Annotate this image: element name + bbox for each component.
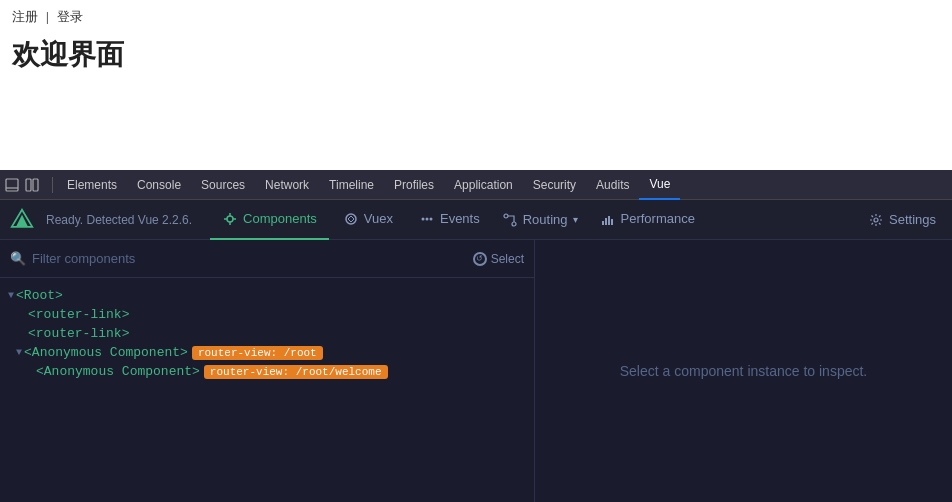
svg-rect-2 <box>26 179 31 191</box>
arrow-icon: ▼ <box>16 347 22 358</box>
tab-events-label: Events <box>440 211 480 226</box>
dock-icon[interactable] <box>4 177 20 193</box>
tab-console[interactable]: Console <box>127 170 191 200</box>
tree-row-router-link-2[interactable]: <router-link> <box>0 324 534 343</box>
tree-tag: router-link <box>36 307 122 322</box>
inspect-hint: Select a component instance to inspect. <box>620 363 867 379</box>
svg-point-14 <box>429 217 432 220</box>
register-link[interactable]: 注册 <box>12 9 38 24</box>
svg-point-15 <box>504 214 508 218</box>
component-icon <box>222 211 238 227</box>
filter-input[interactable] <box>32 251 467 266</box>
performance-icon <box>600 211 616 227</box>
svg-point-12 <box>421 217 424 220</box>
tab-components[interactable]: Components <box>210 200 329 240</box>
vuex-icon <box>343 211 359 227</box>
page-title: 欢迎界面 <box>12 36 940 74</box>
tab-timeline[interactable]: Timeline <box>319 170 384 200</box>
tree-tag: router-link <box>36 326 122 341</box>
tab-network[interactable]: Network <box>255 170 319 200</box>
tab-sources[interactable]: Sources <box>191 170 255 200</box>
svg-rect-0 <box>6 179 18 191</box>
tree-bracket: < <box>24 345 32 360</box>
tree-tag: Anonymous Component <box>44 364 192 379</box>
layout-icon[interactable] <box>24 177 40 193</box>
tree-row-anon-1[interactable]: ▼ <Anonymous Component> router-view: /ro… <box>0 343 534 362</box>
tree-bracket: < <box>28 326 36 341</box>
svg-rect-19 <box>608 216 610 225</box>
inspect-panel: Select a component instance to inspect. <box>535 240 952 502</box>
tab-vuex[interactable]: Vuex <box>331 200 405 240</box>
route-badge-1: router-view: /root <box>192 346 323 360</box>
tree-bracket: < <box>36 364 44 379</box>
tab-vue[interactable]: Vue <box>639 170 680 200</box>
tree-area: ▼ <Root> <router-link> <router-link> ▼ <box>0 278 534 502</box>
svg-point-16 <box>512 222 516 226</box>
events-icon <box>419 211 435 227</box>
page-nav: 注册 | 登录 <box>12 8 940 26</box>
tree-row-router-link-1[interactable]: <router-link> <box>0 305 534 324</box>
arrow-icon: ▼ <box>8 290 14 301</box>
chevron-down-icon: ▾ <box>573 214 578 225</box>
tab-elements[interactable]: Elements <box>57 170 127 200</box>
search-icon: 🔍 <box>10 251 26 266</box>
filter-bar: 🔍 ↺ Select <box>0 240 534 278</box>
tab-application[interactable]: Application <box>444 170 523 200</box>
tree-row-anon-2[interactable]: <Anonymous Component> router-view: /root… <box>0 362 534 381</box>
tree-bracket: < <box>16 288 24 303</box>
devtools-topbar: Elements Console Sources Network Timelin… <box>0 170 952 200</box>
devtools-panel: Elements Console Sources Network Timelin… <box>0 170 952 502</box>
svg-rect-3 <box>33 179 38 191</box>
tab-settings[interactable]: Settings <box>860 200 944 240</box>
svg-rect-18 <box>605 218 607 225</box>
tab-events[interactable]: Events <box>407 200 492 240</box>
svg-rect-20 <box>611 219 613 225</box>
vue-status: Ready. Detected Vue 2.2.6. <box>46 213 192 227</box>
select-button[interactable]: ↺ Select <box>473 252 524 266</box>
vue-logo <box>8 206 36 234</box>
component-panel: 🔍 ↺ Select ▼ <Root> <box>0 240 535 502</box>
tree-tag: Anonymous Component <box>32 345 180 360</box>
tab-audits[interactable]: Audits <box>586 170 639 200</box>
nav-separator: | <box>46 9 49 24</box>
tab-routing[interactable]: Routing ▾ <box>494 200 586 240</box>
login-link[interactable]: 登录 <box>57 9 83 24</box>
devtools-icons <box>4 177 40 193</box>
page-area: 注册 | 登录 欢迎界面 <box>0 0 952 170</box>
select-circle-icon: ↺ <box>473 252 487 266</box>
tab-security[interactable]: Security <box>523 170 586 200</box>
svg-rect-17 <box>602 221 604 225</box>
devtools-content: 🔍 ↺ Select ▼ <Root> <box>0 240 952 502</box>
tab-components-label: Components <box>243 211 317 226</box>
select-label: Select <box>491 252 524 266</box>
tab-profiles[interactable]: Profiles <box>384 170 444 200</box>
tab-performance[interactable]: Performance <box>588 200 707 240</box>
tab-routing-label: Routing <box>523 212 568 227</box>
topbar-separator <box>52 177 53 193</box>
tree-tag: Root <box>24 288 55 303</box>
svg-point-6 <box>227 216 233 222</box>
tab-settings-label: Settings <box>889 212 936 227</box>
svg-point-21 <box>874 218 878 222</box>
tab-vuex-label: Vuex <box>364 211 393 226</box>
vue-devtools-bar: Ready. Detected Vue 2.2.6. Components <box>0 200 952 240</box>
svg-point-13 <box>425 217 428 220</box>
tree-row-root[interactable]: ▼ <Root> <box>0 286 534 305</box>
tab-performance-label: Performance <box>621 211 695 226</box>
route-badge-2: router-view: /root/welcome <box>204 365 388 379</box>
routing-icon <box>502 212 518 228</box>
tree-bracket: < <box>28 307 36 322</box>
settings-icon <box>868 212 884 228</box>
